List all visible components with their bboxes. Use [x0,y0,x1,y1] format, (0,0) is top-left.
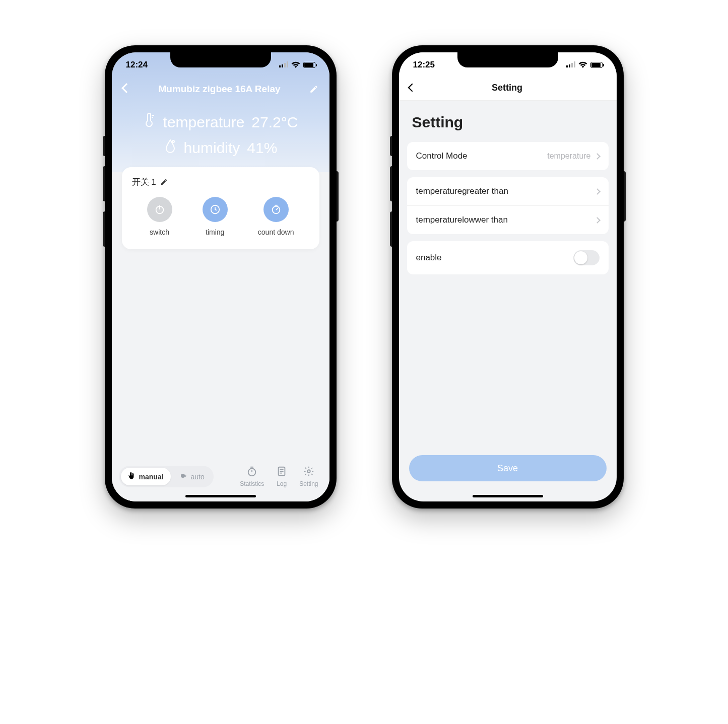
chevron-right-icon [594,188,601,195]
device-hero: 12:24 Mumubiz zigbee 16A Relay [112,52,329,172]
pencil-icon [309,85,318,94]
log-icon [276,466,287,478]
battery-icon [303,62,315,68]
row-enable: enable [407,241,609,274]
settings-list-1: Control Mode temperature [407,142,609,170]
svg-rect-2 [284,63,286,67]
svg-rect-23 [569,64,570,67]
switch-button[interactable]: switch [147,197,172,236]
svg-point-21 [307,470,310,473]
row-label: enable [416,253,442,263]
mode-segment: manual auto [119,466,214,487]
back-button[interactable] [123,85,130,94]
status-indicators [279,60,315,70]
card-title: 开关 1 [132,176,156,188]
cellular-icon [279,60,288,70]
settings-list-2: temperaturegreater than temperaturelowwe… [407,177,609,234]
temperature-value: 27.2°C [251,114,298,131]
chevron-right-icon [594,217,601,224]
nav-log[interactable]: Log [276,466,287,487]
temperature-label: temperature [163,114,245,131]
clock-icon [203,197,228,222]
row-label: Control Mode [416,151,468,161]
svg-rect-22 [566,65,568,67]
card-header: 开关 1 [132,176,309,188]
nav-setting-label: Setting [299,480,318,487]
svg-rect-0 [279,65,281,67]
chevron-right-icon [594,153,601,160]
app-header: Mumubiz zigbee 16A Relay [112,78,329,100]
timing-label: timing [206,228,224,236]
svg-point-14 [248,469,256,476]
battery-icon [590,62,603,68]
phone-frame-left: 12:24 Mumubiz zigbee 16A Relay [105,45,337,509]
timer-icon [263,197,289,222]
humidity-label: humidity [184,139,240,157]
page-title: Mumubiz zigbee 16A Relay [130,84,309,95]
wifi-icon [578,61,587,69]
settings-list-3: enable [407,241,609,274]
page-title: Setting [408,83,607,93]
control-card: 开关 1 switch [122,167,319,249]
svg-point-10 [272,206,280,214]
row-temp-greater[interactable]: temperaturegreater than [407,177,609,205]
power-icon [147,197,172,222]
mode-manual[interactable]: manual [121,468,171,485]
row-label: temperaturegreater than [416,186,508,196]
nav-setting[interactable]: Setting [299,466,318,487]
stopwatch-icon [246,466,257,478]
screen-right: 12:25 Setting Setting Control Mode tempe… [399,52,617,501]
svg-rect-24 [571,63,573,67]
row-label: temperaturelowwer than [416,215,508,225]
wifi-icon [291,61,300,69]
app-header: Setting [399,78,617,101]
rename-button[interactable] [160,178,169,186]
humidity-value: 41% [247,139,277,157]
nav-log-label: Log [277,480,287,487]
row-control-mode[interactable]: Control Mode temperature [407,142,609,170]
save-label: Save [497,463,518,474]
row-temp-lower[interactable]: temperaturelowwer than [407,205,609,234]
status-time: 12:24 [126,60,148,70]
section-heading: Setting [399,101,617,142]
enable-toggle[interactable] [573,250,600,265]
mode-auto[interactable]: auto [173,468,212,485]
screen-left: 12:24 Mumubiz zigbee 16A Relay [112,52,329,501]
auto-icon [180,472,188,481]
mode-manual-label: manual [139,473,164,481]
cellular-icon [566,60,575,70]
notch [457,52,558,67]
save-button[interactable]: Save [409,455,607,481]
card-actions: switch timing count down [132,197,309,236]
device-body: 开关 1 switch [112,172,329,501]
nav-statistics[interactable]: Statistics [240,466,264,487]
edit-button[interactable] [309,85,318,94]
status-indicators [566,60,603,70]
pencil-icon [160,178,168,186]
droplet-icon [164,138,177,157]
notch [170,52,271,67]
home-indicator [185,495,256,497]
nav-items: Statistics Log Setting [219,466,322,487]
mode-auto-label: auto [191,473,205,481]
svg-rect-3 [287,61,288,67]
svg-point-6 [172,140,174,142]
timing-button[interactable]: timing [203,197,228,236]
svg-rect-25 [574,61,575,67]
nav-statistics-label: Statistics [240,480,264,487]
status-time: 12:25 [413,60,435,70]
gear-icon [303,466,314,478]
svg-rect-1 [282,64,283,67]
phone-frame-right: 12:25 Setting Setting Control Mode tempe… [392,45,624,509]
svg-line-11 [276,208,278,210]
home-indicator [473,495,543,497]
row-value: temperature [547,152,590,161]
svg-point-13 [181,474,185,478]
readings: temperature 27.2°C humidity 41% [112,100,329,157]
temperature-reading: temperature 27.2°C [143,113,298,131]
count-down-button[interactable]: count down [258,197,294,236]
count-down-label: count down [258,228,294,236]
humidity-reading: humidity 41% [164,138,278,157]
switch-label: switch [150,228,169,236]
hand-icon [128,472,136,481]
